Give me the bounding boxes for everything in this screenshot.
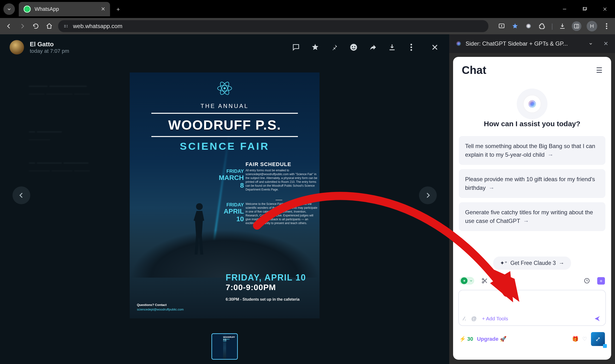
address-bar[interactable]: web.whatsapp.com — [58, 20, 488, 32]
poster-heading: THE ANNUAL WOODRUFF P.S. SCIENCE FAIR — [130, 101, 319, 154]
upgrade-button[interactable]: Upgrade🚀 — [477, 336, 506, 342]
bookmark-star-icon[interactable] — [511, 22, 519, 30]
person-silhouette — [190, 203, 209, 256]
sidepanel-close-icon[interactable]: ✕ — [603, 40, 608, 47]
profile-avatar[interactable]: H — [587, 21, 597, 31]
sider-extension-icon[interactable]: ✺ — [524, 22, 533, 30]
svg-point-16 — [410, 44, 412, 45]
star-icon[interactable] — [310, 42, 320, 52]
pin-icon[interactable] — [330, 42, 339, 52]
sider-tagline: How can I assist you today? — [453, 120, 611, 128]
install-app-icon[interactable] — [498, 22, 506, 30]
media-viewer-header: El Gatto today at 7:07 pm — [0, 34, 449, 60]
svg-point-18 — [410, 49, 412, 51]
svg-point-12 — [606, 28, 607, 29]
browser-menu-icon[interactable] — [602, 22, 611, 30]
window-minimize-button[interactable] — [554, 0, 575, 18]
sider-menu-icon[interactable]: ☰ — [596, 66, 602, 74]
mention-icon[interactable]: @ — [471, 315, 477, 322]
sider-body: Chat ☰ ✺ How can I assist you today? Tel… — [449, 53, 615, 364]
add-tools-button[interactable]: + Add Tools — [482, 316, 508, 322]
history-icon[interactable] — [584, 278, 590, 284]
sider-chat-card: Chat ☰ ✺ How can I assist you today? Tel… — [453, 57, 611, 360]
nav-back-button[interactable] — [4, 22, 14, 31]
sidepanel-title: Sider: ChatGPT Sidebar + GPTs & GP... — [465, 40, 584, 47]
suggestion-item[interactable]: Tell me something about the Big Bang so … — [459, 136, 605, 165]
sender-info: El Gatto today at 7:07 pm — [30, 40, 69, 54]
read-page-icon[interactable] — [508, 278, 515, 284]
whatsapp-favicon-icon — [24, 5, 31, 13]
whatsapp-media-viewer: ——— ————————— ————— ——— — ———————— — ———… — [0, 34, 449, 364]
svg-point-11 — [606, 26, 607, 27]
suggestion-item[interactable]: Generate five catchy titles for my writi… — [459, 202, 605, 231]
sidepanel-dropdown-icon[interactable] — [588, 41, 593, 46]
media-image-poster[interactable]: THE ANNUAL WOODRUFF P.S. SCIENCE FAIR FA… — [130, 72, 319, 318]
scissors-icon[interactable] — [481, 278, 488, 284]
window-close-button[interactable] — [595, 0, 615, 18]
downloads-icon[interactable] — [558, 22, 566, 30]
media-viewer-actions — [291, 42, 440, 52]
sider-chat-header: Chat ☰ — [453, 57, 611, 81]
gift-icon[interactable]: 🎁 — [572, 336, 578, 342]
window-maximize-button[interactable] — [575, 0, 595, 18]
svg-point-15 — [354, 46, 355, 47]
schedule-para-2: Welcome to the Science Fair! Come learn … — [246, 202, 318, 225]
tab-close-icon[interactable]: ✕ — [101, 6, 105, 12]
slash-command-icon[interactable]: ⁄. — [464, 315, 466, 322]
toolbar-right-icons: ✺ | H — [498, 21, 611, 31]
reply-icon[interactable] — [291, 42, 301, 52]
tab-search-dropdown[interactable] — [3, 3, 15, 15]
poster-rocks — [130, 230, 319, 278]
sider-chat-heading: Chat — [462, 64, 486, 77]
tab-title: WhatsApp — [35, 6, 101, 12]
sender-avatar[interactable] — [10, 40, 24, 54]
sider-logo-icon: ✺ — [456, 40, 461, 48]
more-menu-icon[interactable] — [407, 42, 416, 52]
sparkle-icon: ✦⁺ — [500, 260, 507, 266]
schedule-title: FAIR SCHEDULE — [246, 161, 291, 168]
get-claude-pill[interactable]: ✦⁺Get Free Claude 3→ — [493, 257, 571, 270]
media-next-button[interactable] — [419, 186, 437, 204]
download-icon[interactable] — [387, 42, 397, 52]
sidepanel-toggle-icon[interactable] — [572, 21, 581, 31]
sidepanel-header: ✺ Sider: ChatGPT Sidebar + GPTs & GP... … — [449, 34, 615, 53]
svg-rect-3 — [64, 25, 66, 26]
bolt-icon: ⚡ — [459, 336, 466, 342]
media-timestamp: today at 7:07 pm — [30, 48, 69, 54]
site-settings-icon[interactable] — [63, 24, 69, 29]
send-button[interactable] — [594, 315, 601, 322]
svg-point-17 — [410, 47, 412, 48]
upload-file-icon[interactable] — [495, 278, 501, 284]
media-thumbnail[interactable]: WOODRUFF P.S. SCIENCE FAIR — [211, 333, 238, 360]
sender-name: El Gatto — [30, 40, 69, 48]
suggestion-item[interactable]: Please provide me with 10 gift ideas for… — [459, 169, 605, 198]
extensions-icon[interactable] — [538, 22, 546, 30]
credits-counter[interactable]: ⚡30 — [459, 336, 473, 342]
model-selector[interactable]: ✶ — [459, 277, 474, 285]
forward-icon[interactable] — [368, 42, 378, 52]
media-prev-button[interactable] — [13, 186, 30, 204]
nav-reload-button[interactable] — [31, 22, 40, 31]
rocket-icon: 🚀 — [500, 336, 506, 342]
window-titlebar: WhatsApp ✕ ＋ — [0, 0, 615, 18]
url-text: web.whatsapp.com — [73, 23, 122, 29]
browser-tab-whatsapp[interactable]: WhatsApp ✕ — [19, 2, 110, 16]
arrow-right-icon: → — [523, 218, 529, 224]
sider-sidepanel: ✺ Sider: ChatGPT Sidebar + GPTs & GP... … — [449, 34, 615, 364]
close-viewer-icon[interactable] — [430, 42, 440, 52]
suggestion-list: Tell me something about the Big Bang so … — [453, 136, 611, 231]
emoji-react-icon[interactable] — [349, 42, 358, 52]
svg-point-14 — [352, 46, 353, 47]
new-tab-button[interactable]: ＋ — [115, 5, 121, 13]
new-chat-icon[interactable]: ＋ — [597, 277, 605, 285]
svg-point-10 — [606, 23, 607, 25]
nav-home-button[interactable] — [45, 22, 54, 31]
chat-input[interactable]: ⁄. @ + Add Tools — [458, 290, 606, 326]
sider-tool-row: ✶ ＋ — [453, 270, 611, 289]
heart-icon[interactable]: ♡ — [582, 336, 587, 342]
nav-forward-button[interactable] — [18, 22, 27, 31]
browser-toolbar: web.whatsapp.com ✺ | H — [0, 18, 615, 34]
sider-brain-icon: ✺ — [522, 94, 542, 114]
expand-icon[interactable]: ⤢ — [591, 332, 605, 346]
media-thumbnail-strip: WOODRUFF P.S. SCIENCE FAIR — [211, 333, 238, 360]
